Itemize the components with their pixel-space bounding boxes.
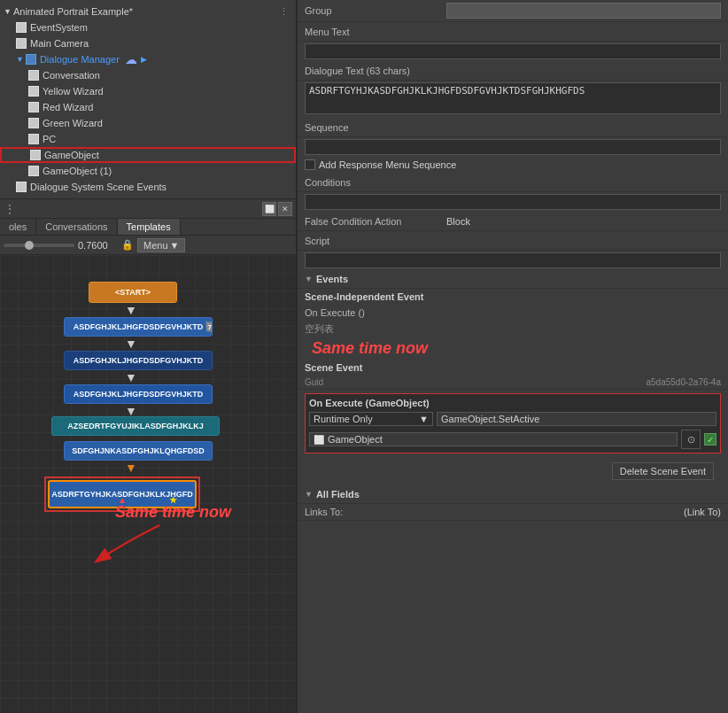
node-4[interactable]: AZSEDRTFGYUJIKLASDFGHJKLKJ: [51, 416, 220, 436]
arrow-right-icon: ▶: [141, 55, 147, 64]
hierarchy-item-root[interactable]: ▼ Animated Portrait Example* ⋮: [0, 4, 296, 19]
checkmark-button[interactable]: ✓: [704, 433, 716, 446]
dialoguetext-label: Dialogue Text (63 chars): [305, 66, 446, 76]
runtime-dropdown[interactable]: Runtime Only ▼: [309, 412, 433, 426]
on-execute-label: On Execute (): [305, 307, 365, 318]
hierarchy-item-redwizard[interactable]: Red Wizard: [0, 99, 296, 115]
target-icon: ⊙: [687, 434, 695, 446]
scale-thumb: [25, 241, 34, 250]
menutext-input[interactable]: [305, 43, 721, 59]
node-start[interactable]: <START>: [89, 282, 177, 303]
node-3[interactable]: ASDFGHJKLJHGFDSDFGVHJKTD: [64, 384, 213, 404]
node-label: AZSEDRTFGYUJIKLASDFGHJKLKJ: [67, 422, 204, 430]
tabs-bar: oles Conversations Templates: [0, 219, 296, 236]
cube-icon: [28, 166, 39, 176]
connector-arrow: ▼: [125, 370, 137, 384]
sequence-input-row: [298, 137, 728, 157]
editor-toolbar: ⋮ ⬜ ✕: [0, 199, 296, 219]
hierarchy-label: Dialogue Manager: [40, 54, 120, 65]
scene-event-type-row: Runtime Only ▼ GameObject.SetActive: [309, 412, 716, 426]
allfields-arrow: ▼: [305, 490, 313, 499]
hierarchy-item-eventsystem[interactable]: EventSystem: [0, 19, 296, 35]
script-input[interactable]: [305, 252, 721, 268]
guid-label: Guid: [305, 377, 323, 387]
hierarchy-label: PC: [43, 134, 56, 144]
canvas-area[interactable]: <START> ▼ ASDFGHJKLJHGFDSDFGVHJKTD ⋮ 7 ▼…: [0, 255, 296, 713]
tab-conversations[interactable]: Conversations: [36, 219, 117, 235]
gameobject-label: GameObject: [328, 434, 383, 445]
node-2[interactable]: ASDFGHJKLJHGFDSDFGVHJKTD: [64, 351, 213, 370]
toolbar-menu[interactable]: ⋮: [4, 202, 16, 216]
annotation-arrow-svg: [71, 516, 177, 570]
hierarchy-item-gameobject[interactable]: GameObject: [0, 147, 296, 163]
hierarchy-item-pc[interactable]: PC: [0, 131, 296, 147]
hierarchy-label: Dialogue System Scene Events: [30, 182, 167, 192]
node-number: 7: [206, 322, 213, 332]
script-label: Script: [305, 236, 446, 246]
node-label: SDFGHJNKASDFGHJKLQHGFDSD: [72, 446, 205, 455]
node-label: <START>: [115, 288, 151, 297]
scene-event-label: Scene Event: [305, 362, 362, 373]
tab-oles[interactable]: oles: [0, 219, 36, 235]
scene-independent-label: Scene-Independent Event: [305, 291, 423, 302]
hierarchy-label: Yellow Wizard: [43, 86, 104, 97]
on-execute-row: On Execute (): [298, 305, 728, 321]
dialoguetext-input[interactable]: [305, 82, 721, 114]
toolbar-icons: ⋮: [4, 202, 16, 216]
scene-event-box: On Execute (GameObject) Runtime Only ▼ G…: [305, 393, 721, 453]
group-label: Group: [305, 5, 446, 16]
delete-scene-event-button[interactable]: Delete Scene Event: [612, 462, 714, 480]
hierarchy-item-dsevents[interactable]: Dialogue System Scene Events: [0, 179, 296, 195]
menu-dropdown[interactable]: Menu ▼: [137, 238, 185, 252]
conditions-input[interactable]: [305, 194, 721, 210]
gameobject-field[interactable]: ⬜ GameObject: [309, 432, 678, 446]
scale-value: 0.7600: [78, 240, 118, 251]
toolbar-controls: ⬜ ✕: [262, 202, 292, 216]
connector-arrow: ▼: [125, 337, 137, 351]
hierarchy-item-conversation[interactable]: Conversation: [0, 67, 296, 83]
falsecondition-label: False Condition Action: [305, 216, 446, 227]
cube-icon: [28, 102, 39, 112]
hierarchy-item-greenwizard[interactable]: Green Wizard: [0, 115, 296, 131]
links-to-value: (Link To): [446, 507, 721, 517]
node-selection-box: ASDRFTGYHJKASDFGHJKLKJHGFD ▲ ★: [44, 477, 200, 512]
hierarchy-item-yellowwizard[interactable]: Yellow Wizard: [0, 83, 296, 99]
group-dropdown[interactable]: [446, 3, 721, 19]
addresponse-row: Add Response Menu Sequence: [298, 157, 728, 173]
warning-triangle: ▲: [118, 495, 127, 505]
delete-button-row: Delete Scene Event: [298, 457, 728, 485]
empty-list-label: 空列表: [305, 323, 334, 334]
links-row: Links To: (Link To): [298, 504, 728, 521]
tab-templates[interactable]: Templates: [118, 219, 181, 235]
scene-independent-header: Scene-Independent Event: [298, 289, 728, 305]
node-5[interactable]: SDFGHJNKASDFGHJKLQHGFDSD: [64, 441, 213, 461]
close-icon[interactable]: ✕: [278, 202, 292, 216]
all-fields-label: All Fields: [316, 489, 360, 500]
scale-slider[interactable]: [4, 244, 74, 247]
hierarchy-item-gameobject1[interactable]: GameObject (1): [0, 163, 296, 179]
cube-icon: [26, 54, 36, 65]
hierarchy-item-maincamera[interactable]: Main Camera: [0, 35, 296, 51]
hierarchy-label: Green Wizard: [43, 118, 103, 128]
empty-list: 空列表: [298, 321, 728, 337]
maximize-icon[interactable]: ⬜: [262, 202, 276, 216]
hierarchy-label: Conversation: [43, 70, 100, 81]
menu-dots[interactable]: ⋮: [279, 6, 289, 18]
scene-event-title: On Execute (GameObject): [309, 398, 716, 408]
same-time-row: Same time now: [298, 337, 728, 360]
group-row: Group: [298, 0, 728, 22]
node-1[interactable]: ASDFGHJKLJHGFDSDFGVHJKTD ⋮ 7: [64, 317, 213, 337]
scene-event-header: Scene Event: [298, 360, 728, 376]
addresponse-checkbox[interactable]: [305, 159, 315, 170]
events-label: Events: [316, 274, 348, 284]
script-input-row: [298, 251, 728, 270]
sequence-input[interactable]: [305, 139, 721, 155]
cube-icon: [28, 70, 39, 81]
links-to-label: Links To:: [305, 507, 446, 517]
hierarchy-item-dialoguemanager[interactable]: ▼ Dialogue Manager ☁ ▶: [0, 51, 296, 67]
star-icon: ★: [169, 495, 177, 505]
expand-arrow: ▼: [16, 55, 24, 64]
node-6[interactable]: ASDRFTGYHJKASDFGHJKLKJHGFD ▲ ★: [48, 480, 197, 508]
target-button[interactable]: ⊙: [681, 430, 701, 449]
lock-icon[interactable]: 🔒: [121, 239, 134, 251]
